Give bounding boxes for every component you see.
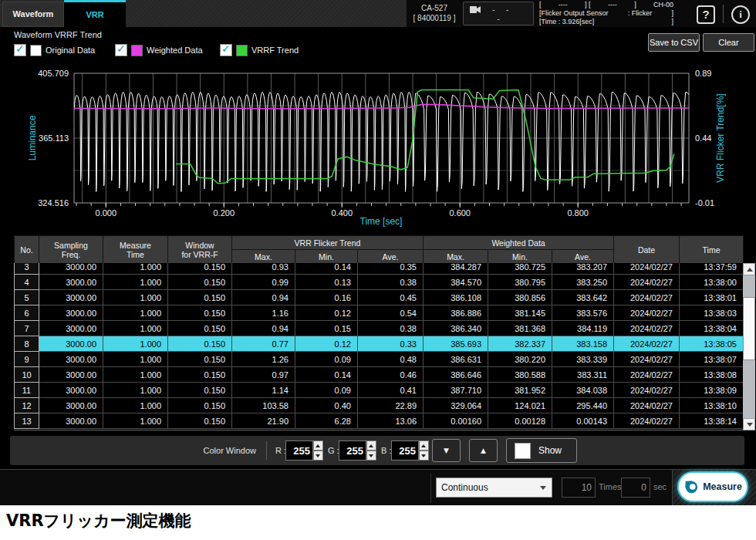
help-icon[interactable]: ? xyxy=(697,5,715,24)
increase-button[interactable]: ▲ xyxy=(469,439,498,462)
r-stepper[interactable] xyxy=(313,440,323,461)
checkbox-weighted-data[interactable] xyxy=(115,44,127,56)
device-model: CA-527 [ 84000119 ] xyxy=(407,3,461,23)
table-cell: 13:38:09 xyxy=(680,383,744,398)
table-cell: 384.119 xyxy=(552,321,614,336)
table-row[interactable]: 93000.001.0000.1501.260.090.48386.631380… xyxy=(15,352,744,367)
show-button[interactable]: Show xyxy=(506,438,577,463)
table-row[interactable]: 83000.001.0000.1500.770.120.33385.693382… xyxy=(15,336,744,352)
clear-button[interactable]: Clear xyxy=(703,33,754,52)
interval-input[interactable] xyxy=(621,478,650,498)
table-cell: 3000.00 xyxy=(39,305,103,321)
table-cell: 0.97 xyxy=(232,367,295,383)
stepper-down-icon[interactable] xyxy=(366,451,376,461)
tab-waveform[interactable]: Waveform xyxy=(2,2,64,27)
decrease-button[interactable]: ▼ xyxy=(432,439,461,462)
tab-vrr[interactable]: VRR xyxy=(64,0,126,27)
waveform-chart: 0.0000.2000.4000.6000.800405.709365.1133… xyxy=(0,62,756,235)
row-number-cell[interactable]: 13 xyxy=(15,413,39,429)
checkbox-original-data[interactable] xyxy=(14,44,26,56)
probe-info-line: [----] [----]CH-00 xyxy=(539,1,673,9)
r-value-input[interactable] xyxy=(285,440,313,461)
g-value-input[interactable] xyxy=(339,440,366,461)
section-title: Waveform VRRF Trend xyxy=(14,30,102,39)
measure-button[interactable]: Measure xyxy=(679,473,747,501)
b-value-input[interactable] xyxy=(391,440,419,461)
checkbox-vrrf-trend[interactable] xyxy=(220,44,232,56)
scroll-up-icon[interactable] xyxy=(743,263,755,275)
table-row[interactable]: 73000.001.0000.1500.940.150.38386.340381… xyxy=(15,321,744,336)
g-stepper[interactable] xyxy=(366,440,376,461)
legend-label-vrrf: VRRF Trend xyxy=(251,46,299,55)
row-number-cell[interactable]: 4 xyxy=(15,275,39,290)
times-input[interactable] xyxy=(562,478,596,498)
page-caption: VRRフリッカー測定機能 xyxy=(6,510,191,532)
column-header: Measure Time xyxy=(103,236,168,264)
table-cell: 0.14 xyxy=(295,367,358,383)
table-cell: 2024/02/27 xyxy=(614,305,680,321)
show-button-label: Show xyxy=(538,445,562,456)
row-number-cell[interactable]: 3 xyxy=(15,263,39,275)
table-scrollbar[interactable] xyxy=(743,263,755,430)
table-cell: 1.000 xyxy=(103,398,168,413)
table-cell: 0.48 xyxy=(358,352,424,367)
table-cell: 1.000 xyxy=(103,275,168,290)
column-header: Min. xyxy=(488,250,552,264)
results-table-body: 33000.001.0000.1500.930.140.35384.287380… xyxy=(14,263,743,430)
column-header: VRR Flicker Trend xyxy=(232,236,424,250)
table-row[interactable]: 33000.001.0000.1500.930.140.35384.287380… xyxy=(15,263,744,275)
table-cell: 1.000 xyxy=(103,413,168,429)
stepper-up-icon[interactable] xyxy=(366,440,376,451)
column-header: Min. xyxy=(295,250,358,264)
row-number-cell[interactable]: 11 xyxy=(15,383,39,398)
table-row[interactable]: 103000.001.0000.1500.970.140.46386.64638… xyxy=(15,367,744,383)
legend-swatch-weighted xyxy=(131,45,143,56)
row-number-cell[interactable]: 7 xyxy=(15,321,39,336)
scroll-down-icon[interactable] xyxy=(743,418,755,430)
table-row[interactable]: 53000.001.0000.1500.940.160.45386.108380… xyxy=(15,290,744,305)
app-window: Waveform VRR CA-527 [ 84000119 ] - - - [… xyxy=(0,0,756,505)
table-cell: 124.021 xyxy=(488,398,552,413)
table-cell: 2024/02/27 xyxy=(614,336,680,352)
row-number-cell[interactable]: 10 xyxy=(15,367,39,383)
device-model-name: CA-527 xyxy=(407,3,461,13)
table-cell: 380.795 xyxy=(488,275,552,290)
scrollbar-thumb[interactable] xyxy=(743,297,755,360)
table-row[interactable]: 113000.001.0000.1501.140.090.41387.71038… xyxy=(15,383,744,398)
legend-label-weighted: Weighted Data xyxy=(147,46,203,55)
table-cell: 0.40 xyxy=(295,398,358,413)
row-number-cell[interactable]: 6 xyxy=(15,305,39,321)
table-cell: 380.588 xyxy=(488,367,552,383)
b-label: B : xyxy=(381,446,391,455)
table-row[interactable]: 133000.001.0000.15021.906.2813.060.00160… xyxy=(15,413,744,429)
info-icon[interactable]: i xyxy=(731,5,750,24)
table-row[interactable]: 123000.001.0000.150103.580.4022.89329.06… xyxy=(15,398,744,413)
r-label: R : xyxy=(275,446,286,455)
measurement-mode-select[interactable]: Continuous xyxy=(436,478,552,498)
measure-bar-divider xyxy=(430,474,431,503)
table-cell: 0.150 xyxy=(168,305,232,321)
table-cell: 1.000 xyxy=(103,336,168,352)
table-cell: 13:38:03 xyxy=(680,305,744,321)
row-number-cell[interactable]: 9 xyxy=(15,352,39,367)
table-cell: 0.15 xyxy=(295,321,358,336)
table-row[interactable]: 63000.001.0000.1501.160.120.54386.886381… xyxy=(15,305,744,321)
table-cell: 1.000 xyxy=(103,352,168,367)
svg-text:0.89: 0.89 xyxy=(695,69,711,78)
stepper-down-icon[interactable] xyxy=(313,451,323,461)
row-number-cell[interactable]: 12 xyxy=(15,398,39,413)
table-cell: 387.710 xyxy=(424,383,488,398)
table-cell: 384.570 xyxy=(424,275,488,290)
stepper-up-icon[interactable] xyxy=(419,440,429,451)
table-cell: 0.41 xyxy=(358,383,424,398)
stepper-up-icon[interactable] xyxy=(313,440,323,451)
row-number-cell[interactable]: 8 xyxy=(15,336,39,352)
save-to-csv-button[interactable]: Save to CSV xyxy=(648,33,700,52)
table-cell: 380.220 xyxy=(488,352,552,367)
b-stepper[interactable] xyxy=(419,440,429,461)
table-row[interactable]: 43000.001.0000.1500.990.130.38384.570380… xyxy=(15,275,744,290)
table-cell: 0.12 xyxy=(295,305,358,321)
stepper-down-icon[interactable] xyxy=(419,451,429,461)
row-number-cell[interactable]: 5 xyxy=(15,290,39,305)
probe-info: [----] [----]CH-00[Flicker Output Sensor… xyxy=(539,1,673,26)
